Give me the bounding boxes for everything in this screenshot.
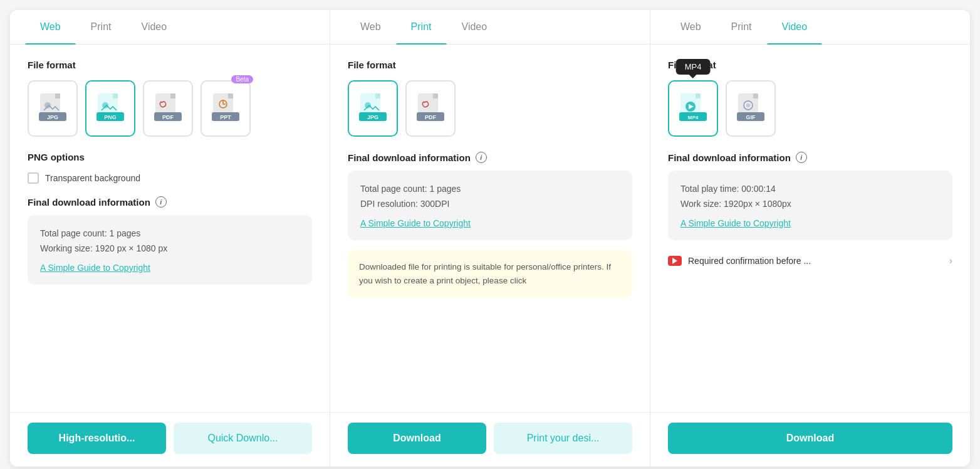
panel-video: Web Print Video File format MP4 MP4	[650, 10, 970, 466]
download-info-label-video: Final download information i	[668, 152, 952, 163]
tab-video-print[interactable]: Print	[716, 10, 767, 44]
panel-web: Web Print Video File format JPG	[10, 10, 330, 466]
tab-video-web[interactable]: Web	[665, 10, 716, 44]
info-icon-print: i	[476, 152, 487, 163]
panel-print-footer: Download Print your desi...	[330, 412, 650, 466]
svg-text:JPG: JPG	[367, 114, 378, 120]
format-options-print: JPG PDF	[348, 80, 632, 137]
svg-point-37	[746, 103, 750, 107]
quick-download-button[interactable]: Quick Downlo...	[174, 423, 312, 454]
svg-rect-11	[170, 93, 175, 98]
svg-rect-6	[113, 93, 118, 98]
info-text-print: Total page count: 1 pages DPI resolution…	[360, 182, 620, 212]
copyright-link-print[interactable]: A Simple Guide to Copyright	[360, 218, 471, 228]
panel-print: Web Print Video File format JPG	[330, 10, 650, 466]
mp4-tooltip: MP4	[676, 59, 711, 75]
panel-web-content: File format JPG	[10, 45, 330, 412]
chevron-right-icon: ›	[949, 255, 952, 266]
file-format-label-web: File format	[28, 60, 312, 70]
format-options-web: JPG PNG	[28, 80, 312, 137]
transparent-bg-checkbox[interactable]	[28, 172, 39, 184]
svg-text:PDF: PDF	[425, 114, 437, 120]
confirmation-row[interactable]: Required confirmation before ... ›	[668, 250, 952, 271]
info-text-web: Total page count: 1 pages Working size: …	[40, 226, 300, 256]
file-format-label-video: File format	[668, 60, 952, 70]
format-mp4[interactable]: MP4 MP4	[668, 80, 718, 137]
tab-video-video[interactable]: Video	[767, 10, 823, 44]
transparent-bg-label: Transparent background	[45, 173, 140, 183]
png-options-section: PNG options Transparent background	[28, 152, 312, 184]
tab-bar-print: Web Print Video	[330, 10, 650, 45]
panel-video-footer: Download	[650, 412, 970, 466]
format-png[interactable]: PNG	[85, 80, 135, 137]
svg-point-21	[365, 102, 371, 108]
format-jpg-print[interactable]: JPG	[348, 80, 398, 137]
file-format-label-print: File format	[348, 60, 632, 70]
info-icon-video: i	[796, 152, 807, 163]
download-info-label-web: Final download information i	[28, 196, 312, 208]
info-box-print: Total page count: 1 pages DPI resolution…	[348, 171, 632, 240]
format-jpg[interactable]: JPG	[28, 80, 78, 137]
tab-print-video[interactable]: Video	[447, 10, 503, 44]
tab-print-print[interactable]: Print	[396, 10, 447, 44]
panels-container: Web Print Video File format JPG	[10, 10, 970, 466]
svg-rect-35	[753, 93, 758, 98]
png-options-label: PNG options	[28, 152, 312, 162]
svg-text:PPT: PPT	[220, 114, 231, 120]
info-box-video: Total play time: 00:00:14 Work size: 192…	[668, 171, 952, 240]
format-pdf-print[interactable]: PDF	[405, 80, 456, 137]
warning-box-print: Downloaded file for printing is suitable…	[348, 250, 632, 298]
copyright-link-web[interactable]: A Simple Guide to Copyright	[40, 263, 150, 273]
svg-rect-20	[375, 93, 380, 98]
svg-rect-15	[228, 93, 233, 98]
tab-web-video[interactable]: Video	[127, 10, 182, 44]
download-button-video[interactable]: Download	[668, 423, 952, 454]
tab-print-web[interactable]: Web	[345, 10, 396, 44]
format-pdf[interactable]: PDF	[143, 80, 193, 137]
tab-bar-video: Web Print Video	[650, 10, 970, 45]
download-info-label-print: Final download information i	[348, 152, 632, 163]
svg-text:JPG: JPG	[47, 114, 58, 120]
svg-text:PNG: PNG	[104, 114, 117, 120]
download-button-print[interactable]: Download	[348, 423, 486, 454]
high-res-button[interactable]: High-resolutio...	[28, 423, 166, 454]
copyright-link-video[interactable]: A Simple Guide to Copyright	[680, 218, 791, 228]
svg-rect-1	[55, 93, 60, 98]
print-design-button[interactable]: Print your desi...	[494, 423, 632, 454]
svg-point-7	[102, 102, 108, 108]
tab-bar-web: Web Print Video	[10, 10, 330, 45]
svg-rect-25	[433, 93, 438, 98]
info-icon-web: i	[155, 196, 167, 208]
svg-text:GIF: GIF	[746, 114, 756, 120]
beta-badge: Beta	[231, 75, 253, 83]
confirmation-text: Required confirmation before ...	[688, 256, 943, 266]
tab-web-print[interactable]: Print	[76, 10, 127, 44]
info-box-web: Total page count: 1 pages Working size: …	[28, 215, 312, 285]
panel-video-content: File format MP4 MP4	[650, 45, 970, 412]
format-options-video: MP4 MP4	[668, 80, 952, 137]
format-ppt[interactable]: Beta PPT	[201, 80, 251, 137]
tab-web-web[interactable]: Web	[25, 10, 76, 44]
svg-text:PDF: PDF	[162, 114, 174, 120]
svg-text:MP4: MP4	[688, 115, 699, 120]
info-text-video: Total play time: 00:00:14 Work size: 192…	[680, 182, 940, 212]
format-gif[interactable]: GIF	[726, 80, 776, 137]
panel-web-footer: High-resolutio... Quick Downlo...	[10, 412, 330, 466]
svg-rect-29	[696, 93, 701, 98]
transparent-bg-row[interactable]: Transparent background	[28, 172, 312, 184]
panel-print-content: File format JPG	[330, 45, 650, 412]
youtube-icon	[668, 256, 682, 266]
svg-point-2	[44, 102, 51, 108]
